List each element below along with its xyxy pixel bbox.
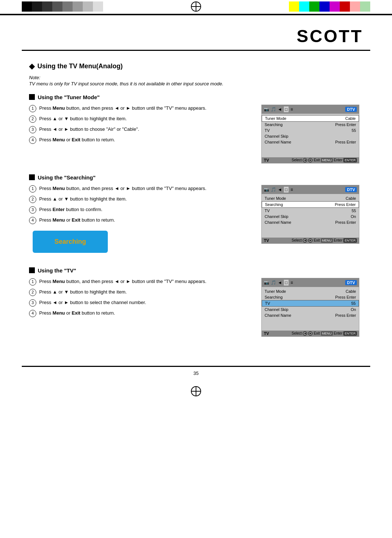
row-value-tv-3: 55 (351, 301, 356, 306)
row-label-name-2: Channel Name (265, 220, 291, 224)
step-text-t4: Press Menu or Exit button to return. (39, 310, 254, 317)
searching-title: Using the "Searching" (29, 174, 363, 181)
row-value-cable-2: Cable (346, 196, 356, 201)
swatch-magenta (330, 1, 340, 12)
step-3-search: 3 Press Enter button to confirm. (29, 206, 254, 214)
step-num-s4: 4 (29, 217, 36, 224)
swatch-d6 (83, 1, 93, 12)
swatch-d1 (32, 1, 42, 12)
color-swatches (289, 1, 370, 12)
tuner-mode-section: 1 Press Menu button, and then press ◄ or… (29, 105, 363, 163)
main-section-title: ◆ Using the TV Menu(Analog) (29, 62, 363, 70)
swatch-red (340, 1, 350, 12)
row-label-tv-1: TV (265, 128, 270, 133)
step-text-t2: Press ▲ or ▼ button to highlight the ite… (39, 288, 254, 296)
nav-right-3: ► (308, 331, 313, 336)
step-num-s1: 1 (29, 185, 36, 193)
row-label-searching-1: Searching (265, 122, 283, 127)
row-label-tv-2: TV (265, 209, 270, 213)
searching-title-text: Using the "Searching" (38, 174, 95, 181)
step-2-search: 2 Press ▲ or ▼ button to highlight the i… (29, 195, 254, 203)
step-num-t1: 1 (29, 278, 36, 286)
tv-menu-body-3: Tuner Mode Cable Searching Press Enter T… (262, 287, 359, 331)
row-label-skip-3: Channel Skip (265, 307, 288, 312)
swatch-d7 (93, 1, 103, 12)
row-value-cable-3: Cable (346, 289, 356, 294)
tv-menu-1: 📷 🎵 ◄ □ ≡ DTV Tuner Mode Cable Sear (261, 105, 359, 163)
menu-row-tuner-mode: Tuner Mode Cable (262, 115, 359, 122)
note-block: Note: TV menu is only for TV input sourc… (29, 75, 363, 88)
footer-left-2: TV (264, 238, 269, 243)
step-text-2: Press ▲ or ▼ button to highlight the ite… (39, 115, 254, 122)
section-tv: Using the "TV" 1 Press Menu button, and … (29, 267, 363, 337)
step-4-search: 4 Press Menu or Exit button to return. (29, 217, 254, 224)
enter-badge-3: ENTER (343, 331, 357, 336)
tv-menu-body-2: Tuner Mode Cable Searching Press Enter T… (262, 194, 359, 238)
menu-row-tuner-2: Tuner Mode Cable (262, 195, 359, 201)
menu-row-searching-2: Searching Press Enter (262, 201, 359, 208)
icon-arrow-2: ◄ (278, 187, 282, 192)
tv-menu-header-2: 📷 🎵 ◄ □ ≡ DTV (262, 185, 359, 194)
menu-row-tv-3: TV 55 (262, 300, 359, 307)
searching-menu: 📷 🎵 ◄ □ ≡ DTV Tuner Mode Cable Sear (261, 185, 363, 244)
black-square-icon-2 (29, 174, 35, 180)
row-label-name-1: Channel Name (265, 140, 291, 144)
top-color-bar (0, 0, 392, 10)
section-tuner-mode: Using the "Tuner Mode" 1 Press Menu butt… (29, 94, 363, 163)
step-num-s2: 2 (29, 196, 36, 203)
tv-steps: 1 Press Menu button, and then press ◄ or… (29, 278, 261, 320)
swatch-d3 (52, 1, 62, 12)
searching-steps-and-btn: 1 Press Menu button, and then press ◄ or… (29, 185, 261, 256)
bottom-crosshair-row (0, 383, 392, 404)
nav-right-2: ► (308, 238, 313, 243)
menu-row-skip-3: Channel Skip On (262, 307, 359, 312)
tv-menu-footer-3: TV Select ◄► Exit MENU Enter ENTER (262, 331, 359, 336)
tv-title: Using the "TV" (29, 267, 363, 274)
footer-right-2: Select ◄► Exit MENU Enter ENTER (292, 238, 357, 243)
step-1-tuner: 1 Press Menu button, and then press ◄ or… (29, 105, 254, 112)
crosshair-bottom (191, 386, 201, 396)
crosshair-top (191, 1, 201, 12)
swatch-d5 (73, 1, 83, 12)
step-num-t4: 4 (29, 310, 36, 317)
menu-row-skip-2: Channel Skip On (262, 214, 359, 219)
menu-row-name-2: Channel Name Press Enter (262, 219, 359, 225)
swatch-d2 (42, 1, 52, 12)
row-label-name-3: Channel Name (265, 313, 291, 317)
tv-menu-2: 📷 🎵 ◄ □ ≡ DTV Tuner Mode Cable Sear (261, 185, 359, 244)
menu-row-skip-1: Channel Skip (262, 133, 359, 139)
step-1-search: 1 Press Menu button, and then press ◄ or… (29, 185, 254, 193)
tv-menu-3: 📷 🎵 ◄ □ ≡ DTV Tuner Mode Cable Sear (261, 278, 359, 337)
grayscale-swatches (22, 1, 103, 12)
dtv-badge-1: DTV (345, 107, 357, 112)
footer-left-3: TV (264, 331, 269, 336)
step-num-t2: 2 (29, 289, 36, 296)
row-value-searching-1: Press Enter (335, 122, 356, 127)
step-text-s3: Press Enter button to confirm. (39, 206, 254, 213)
header: SCOTT (0, 15, 392, 50)
nav-left-2: ◄ (303, 238, 307, 243)
tv-menu-body-1: Tuner Mode Cable Searching Press Enter T… (262, 114, 359, 157)
black-square-icon-3 (29, 267, 35, 273)
swatch-yellow (289, 1, 299, 12)
row-label-skip-1: Channel Skip (265, 134, 288, 138)
step-text-s2: Press ▲ or ▼ button to highlight the ite… (39, 195, 254, 203)
step-text-s4: Press Menu or Exit button to return. (39, 217, 254, 224)
row-label-skip-2: Channel Skip (265, 214, 288, 219)
menu-row-searching-1: Searching Press Enter (262, 122, 359, 128)
menu-badge-2: MENU (321, 238, 333, 243)
row-label-tv-3: TV (265, 301, 270, 306)
tv-menu-header-3: 📷 🎵 ◄ □ ≡ DTV (262, 278, 359, 287)
enter-badge-2: ENTER (343, 238, 357, 243)
icon-arrow-1: ◄ (278, 107, 282, 112)
icon-music-1: 🎵 (271, 107, 276, 112)
step-3-tuner: 3 Press ◄ or ► button to choose "Air" or… (29, 126, 254, 133)
black-square-icon (29, 94, 35, 100)
step-2-tv: 2 Press ▲ or ▼ button to highlight the i… (29, 288, 254, 296)
row-label-tuner-2: Tuner Mode (265, 196, 286, 201)
row-label-searching-3: Searching (265, 295, 283, 299)
row-label-tuner: Tuner Mode (265, 116, 286, 121)
step-num-4: 4 (29, 137, 36, 144)
menu-row-name-3: Channel Name Press Enter (262, 312, 359, 318)
menu-row-tv-1: TV 55 (262, 128, 359, 133)
